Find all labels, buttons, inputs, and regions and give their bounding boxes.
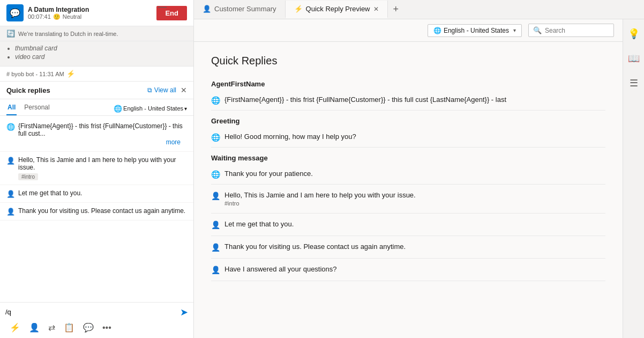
person-icon: 👤	[211, 243, 220, 252]
right-toolbar: 🌐 English - United States ▾ 🔍	[194, 19, 623, 42]
chat-header-info: A Datum Integration 00:07:41 🙂 Neutral	[28, 6, 152, 20]
quick-reply-tab-icon: ⚡	[294, 5, 303, 13]
search-box[interactable]: 🔍	[528, 24, 614, 37]
company-name: A Datum Integration	[28, 6, 152, 13]
globe-icon: 🌐	[433, 27, 441, 34]
person-icon: 👤	[211, 192, 220, 200]
quick-replies-title: Quick replies	[6, 86, 147, 94]
tab-customer-summary[interactable]: 👤 Customer Summary	[194, 1, 286, 18]
language-selector-left[interactable]: 🌐 English - United States ▾	[114, 105, 187, 113]
language-dropdown[interactable]: 🌐 English - United States ▾	[428, 24, 522, 37]
qr-solo-item[interactable]: 👤 Have I answered all your questions?	[211, 259, 605, 281]
person-icon: 👤	[211, 266, 220, 274]
tabs-row: All Personal 🌐 English - United States ▾	[0, 99, 193, 116]
qr-solo-tag: #intro	[224, 200, 416, 207]
consult-toolbar-button[interactable]: 💬	[81, 320, 96, 335]
tab-quick-reply-preview[interactable]: ⚡ Quick Reply Preview ✕	[286, 1, 388, 18]
group-name: Greeting	[211, 117, 605, 125]
qr-item-text: {FirstName{Agent}} - this frist {FullNam…	[224, 95, 506, 104]
translation-bar: 🔄 We're translating to Dutch in real-tim…	[0, 26, 193, 41]
close-quick-replies-button[interactable]: ✕	[181, 86, 187, 94]
chevron-down-icon: ▾	[184, 106, 187, 112]
reply-item[interactable]: 👤 Hello, This is Jamie and I am here to …	[0, 152, 193, 185]
list-icon-button[interactable]: ☰	[627, 75, 640, 91]
right-panel: 👤 Customer Summary ⚡ Quick Reply Preview…	[194, 0, 644, 338]
tab-all[interactable]: All	[6, 101, 17, 115]
card-item: video card	[15, 53, 185, 61]
close-tab-button[interactable]: ✕	[373, 5, 379, 13]
card-list: thumbnail card video card	[0, 41, 193, 67]
group-name: AgentFirstName	[211, 80, 605, 88]
tab-customer-summary-label: Customer Summary	[214, 5, 276, 13]
quick-reply-toolbar-button[interactable]: ⚡	[8, 320, 23, 335]
quick-replies-main: Quick Replies AgentFirstName 🌐 {FirstNam…	[194, 42, 623, 338]
reply-item[interactable]: 👤 Let me get that to you.	[0, 185, 193, 203]
tabs-header: 👤 Customer Summary ⚡ Quick Reply Preview…	[194, 0, 644, 19]
timer-value: 00:07:41	[28, 13, 51, 20]
qr-solo-item[interactable]: 👤 Let me get that to you.	[211, 214, 605, 236]
globe-icon: 🌐	[114, 105, 122, 113]
qr-item-text: Thank you for your patience.	[224, 170, 313, 178]
send-button[interactable]: ➤	[180, 306, 188, 318]
person-icon: 👤	[6, 157, 15, 165]
right-content: 🌐 English - United States ▾ 🔍 Quick Repl…	[194, 19, 623, 338]
view-all-button[interactable]: ⧉ View all	[147, 86, 176, 94]
tab-quick-reply-label: Quick Reply Preview	[306, 5, 370, 13]
transfer-toolbar-button[interactable]: ⇄	[46, 320, 57, 335]
qr-solo-text: Let me get that to you.	[224, 220, 294, 228]
reply-item-content: 👤 Let me get that to you.	[6, 189, 187, 198]
minimize-button[interactable]: —	[158, 2, 167, 12]
person-icon: 👤	[211, 221, 220, 229]
reply-item-content: 👤 Hello, This is Jamie and I am here to …	[6, 156, 187, 180]
translate-icon: 🔄	[6, 30, 15, 38]
person-icon: 👤	[6, 190, 15, 198]
card-item: thumbnail card	[15, 45, 185, 52]
contact-toolbar-button[interactable]: 👤	[27, 320, 42, 335]
group-name: Waiting message	[211, 154, 605, 162]
reply-text: Hello, This is Jamie and I am here to he…	[18, 156, 187, 171]
qr-solo-text: Have I answered all your questions?	[224, 265, 337, 273]
external-link-icon: ⧉	[147, 86, 152, 94]
qr-group-agentfirstname: AgentFirstName 🌐 {FirstName{Agent}} - th…	[211, 80, 605, 111]
qr-group-item[interactable]: 🌐 Thank you for your patience.	[211, 164, 605, 185]
replies-list: 🌐 {FirstName{Agent}} - this frist {FullN…	[0, 116, 193, 302]
qr-solo-item[interactable]: 👤 Thank you for visiting us. Please cont…	[211, 236, 605, 259]
chat-input[interactable]	[5, 306, 177, 318]
quick-replies-section: Quick replies ⧉ View all ✕ All Personal …	[0, 82, 193, 338]
reply-item[interactable]: 👤 Thank you for visiting us. Please cont…	[0, 203, 193, 221]
chat-header: — 💬 A Datum Integration 00:07:41 🙂 Neutr…	[0, 0, 193, 26]
language-dropdown-label: English - United States	[444, 27, 509, 34]
chat-input-area: ➤ ⚡ 👤 ⇄ 📋 💬 •••	[0, 302, 193, 338]
search-icon: 🔍	[533, 26, 542, 34]
more-toolbar-button[interactable]: •••	[100, 321, 114, 335]
reply-tag: #intro	[18, 173, 38, 180]
qr-item-text: Hello! Good morning, how may I help you?	[224, 133, 356, 141]
reply-item[interactable]: 🌐 {FirstName{Agent}} - this frist {FullN…	[0, 118, 193, 152]
bot-label: # byob bot - 11:31 AM ⚡	[0, 67, 193, 82]
right-side-bar: 💡 📖 ☰	[623, 19, 644, 338]
reply-text: Let me get that to you.	[18, 189, 82, 197]
sentiment-label: Neutral	[63, 13, 81, 20]
customer-summary-icon: 👤	[203, 5, 211, 13]
bot-label-icon: ⚡	[66, 70, 75, 78]
note-toolbar-button[interactable]: 📋	[62, 320, 77, 335]
toolbar-row: ⚡ 👤 ⇄ 📋 💬 •••	[5, 318, 188, 335]
left-panel: — 💬 A Datum Integration 00:07:41 🙂 Neutr…	[0, 0, 194, 338]
globe-icon: 🌐	[211, 96, 220, 105]
language-label-left: English - United States	[123, 105, 183, 112]
tab-personal[interactable]: Personal	[23, 101, 50, 115]
sentiment-icon: 🙂	[53, 13, 61, 20]
lightbulb-icon-button[interactable]: 💡	[626, 26, 642, 42]
bot-label-text: # byob bot - 11:31 AM	[6, 71, 64, 77]
qr-solo-text: Thank you for visiting us. Please contac…	[224, 243, 406, 251]
reply-item-content: 🌐 {FirstName{Agent}} - this frist {FullN…	[6, 122, 187, 147]
search-input[interactable]	[545, 27, 609, 34]
qr-solo-item[interactable]: 👤 Hello, This is Jamie and I am here to …	[211, 185, 605, 214]
chat-timer: 00:07:41 🙂 Neutral	[28, 13, 152, 20]
book-icon-button[interactable]: 📖	[626, 50, 642, 67]
qr-group-item[interactable]: 🌐 {FirstName{Agent}} - this frist {FullN…	[211, 90, 605, 111]
reply-text: Thank you for visiting us. Please contac…	[18, 207, 185, 215]
add-tab-button[interactable]: +	[388, 2, 405, 17]
more-link[interactable]: more	[18, 137, 187, 147]
qr-group-item[interactable]: 🌐 Hello! Good morning, how may I help yo…	[211, 127, 605, 148]
